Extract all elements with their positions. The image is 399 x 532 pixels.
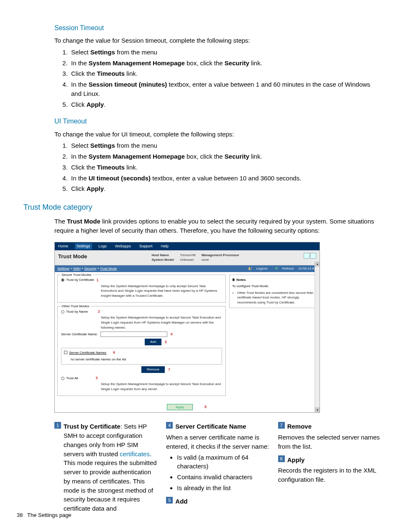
server-cert-names-fieldset: Server Certificate Names 6 no server cer…	[61, 348, 222, 365]
ui-timeout-intro: To change the value for UI timeout, comp…	[54, 130, 382, 139]
callout-8: 8	[204, 405, 207, 409]
menu-support[interactable]: Support	[138, 243, 154, 249]
scrollbar[interactable]: ▴ ▾	[315, 262, 320, 413]
bc-security[interactable]: Security	[84, 267, 97, 270]
trust-mode-screenshot: Home Settings Logs Webapps Support Help …	[54, 242, 320, 413]
scroll-down-arrow[interactable]: ▾	[315, 407, 320, 412]
trust-mode-heading: Trust Mode category	[23, 202, 382, 213]
breadcrumb-bar: Settings » SMH » Security » Trust Mode ◧…	[55, 265, 320, 272]
session-timeout-section: Session Timeout To change the value for …	[54, 23, 382, 109]
host-grid: Host NameSystem Model TremorVMUnknown Ma…	[151, 253, 239, 262]
legend-item-7: 7Remove Removes the selected server name…	[278, 422, 382, 451]
menu-webapps[interactable]: Webapps	[113, 243, 133, 249]
page-title: Trust Mode	[58, 253, 87, 261]
app-menu: Home Settings Logs Webapps Support Help	[55, 242, 320, 250]
step: In the System Management Homepage box, c…	[69, 59, 382, 68]
menu-logs[interactable]: Logs	[97, 243, 109, 249]
callout-6: 6	[112, 350, 116, 355]
step: Select Settings from the menu	[69, 48, 382, 57]
legend-item-1: 1 Trust by Certificate: Sets HP SMH to a…	[54, 422, 159, 513]
trust-mode-para: The Trust Mode link provides options to …	[54, 217, 382, 235]
page-number: 38	[17, 512, 23, 518]
ui-timeout-section: UI Timeout To change the value for UI ti…	[54, 116, 382, 193]
cert-name-input[interactable]	[100, 332, 167, 337]
legend-item-8: 8Apply Records the registers in to the X…	[278, 455, 382, 484]
view-card-icon[interactable]	[304, 253, 309, 259]
bc-trustmode[interactable]: Trust Mode	[100, 267, 117, 270]
num-4: 4	[166, 422, 173, 429]
bc-smh[interactable]: SMH	[73, 267, 81, 270]
add-button[interactable]: Add	[145, 339, 161, 345]
num-7: 7	[278, 422, 285, 429]
num-1: 1	[54, 422, 61, 429]
menu-home[interactable]: Home	[56, 243, 70, 249]
trust-all-radio[interactable]	[61, 377, 64, 380]
footer-label: The Settings page	[27, 512, 72, 518]
step: Click Apply.	[69, 184, 382, 193]
callout-7: 7	[167, 367, 171, 373]
menu-help[interactable]: Help	[159, 243, 170, 249]
view-icons	[304, 253, 316, 259]
server-cert-names-checkbox[interactable]	[64, 351, 67, 354]
legend-item-5: 5Add	[166, 497, 270, 506]
num-8: 8	[278, 455, 285, 462]
page-header: Trust Mode Host NameSystem Model TremorV…	[55, 250, 320, 265]
callout-2: 2	[97, 309, 101, 314]
step: Click the Timeouts link.	[69, 69, 382, 78]
refresh-link[interactable]: ⟳ Refresh	[272, 267, 294, 270]
menu-settings[interactable]: Settings	[75, 243, 92, 249]
session-timeout-steps: Select Settings from the menu In the Sys…	[54, 48, 382, 109]
ui-timeout-heading: UI Timeout	[54, 116, 382, 126]
trust-by-certificate-radio[interactable]	[61, 278, 64, 282]
cert-name-label: Server Certificate Name:	[61, 332, 98, 337]
step: Click the Timeouts link.	[69, 163, 382, 172]
certificates-link[interactable]: certificates	[120, 450, 150, 457]
scroll-up-arrow[interactable]: ▴	[315, 262, 320, 267]
legend-link[interactable]: ◧ Legend	[245, 267, 267, 270]
callout-4: 4	[170, 332, 174, 337]
session-timeout-heading: Session Timeout	[54, 23, 382, 33]
step: In the UI timeout (seconds) textbox, ent…	[69, 174, 382, 183]
view-grid-icon[interactable]	[310, 253, 316, 259]
step: Click Apply.	[69, 100, 382, 109]
step: Select Settings from the menu	[69, 141, 382, 150]
breadcrumb: Settings » SMH » Security » Trust Mode	[57, 266, 117, 271]
callout-legend: 1 Trust by Certificate: Sets HP SMH to a…	[54, 422, 382, 517]
secure-trust-modes-fieldset: Secure Trust Modes Trust by Certificate …	[57, 275, 226, 303]
notes-panel: 🗎 Notes To configure Trust Mode: Other T…	[229, 275, 317, 308]
trust-by-name-radio[interactable]	[61, 310, 64, 314]
apply-button[interactable]: Apply	[167, 404, 193, 410]
callout-5: 5	[164, 339, 168, 345]
step: In the System Management Homepage box, c…	[69, 152, 382, 161]
num-5: 5	[166, 497, 173, 504]
session-timeout-intro: To change the value for Session timeout,…	[54, 36, 382, 45]
remove-button[interactable]: Remove	[141, 366, 165, 373]
callout-1: 1	[96, 278, 100, 283]
bc-settings[interactable]: Settings	[57, 267, 69, 270]
ui-timeout-steps: Select Settings from the menu In the Sys…	[54, 141, 382, 193]
legend-item-4: 4Server Certificate Name When a server c…	[166, 422, 270, 492]
other-trust-modes-fieldset: Other Trust Modes Trust by Name 2 Setup …	[57, 306, 226, 396]
notes-icon: 🗎	[232, 278, 235, 282]
page-footer: 38 The Settings page	[17, 511, 72, 519]
step: In the Session timeout (minutes) textbox…	[69, 80, 382, 98]
callout-3: 3	[95, 375, 99, 381]
